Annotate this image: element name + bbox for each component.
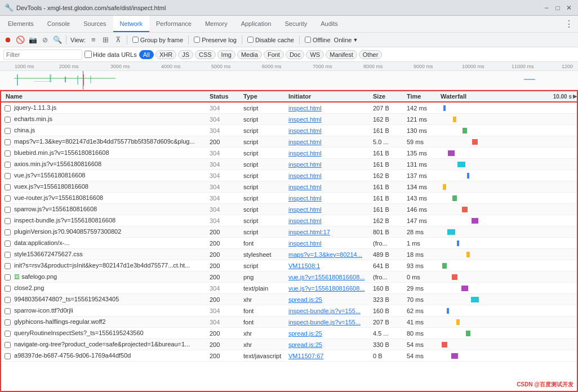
- row-checkbox[interactable]: [5, 162, 11, 168]
- row-checkbox[interactable]: [5, 117, 11, 123]
- cell-initiator[interactable]: inspect.html: [288, 172, 373, 179]
- row-checkbox[interactable]: [5, 195, 11, 202]
- cell-initiator[interactable]: inspect.html: [288, 150, 373, 157]
- cell-initiator[interactable]: vue.js?v=1556180816608...: [288, 285, 373, 292]
- preserve-log-checkbox[interactable]: [194, 37, 200, 43]
- table-row[interactable]: close2.png 304 text/plain vue.js?v=15561…: [1, 283, 577, 294]
- tab-audits[interactable]: Audits: [314, 16, 345, 32]
- cell-initiator[interactable]: inspect.html: [288, 206, 373, 213]
- table-row[interactable]: maps?v=1.3&key=802147d1e3b4dd75577bb5f35…: [1, 136, 577, 148]
- table-row[interactable]: inspect-bundle.js?v=1556180816608 304 sc…: [1, 215, 577, 226]
- table-row[interactable]: echarts.min.js 304 script inspect.html 1…: [1, 114, 577, 125]
- tab-console[interactable]: Console: [41, 16, 77, 32]
- row-checkbox[interactable]: [5, 297, 11, 303]
- cell-initiator[interactable]: inspect.html:17: [288, 229, 373, 235]
- row-checkbox[interactable]: [5, 105, 11, 112]
- table-row[interactable]: navigate-org-tree?product_code=safe&proj…: [1, 339, 577, 350]
- header-time[interactable]: Time: [407, 93, 441, 100]
- table-row[interactable]: vue.js?v=1556180816608 304 script inspec…: [1, 170, 577, 181]
- large-view-button[interactable]: ⊞: [100, 34, 112, 46]
- table-row[interactable]: data:application/x-... 200 font inspect.…: [1, 238, 577, 249]
- cell-initiator[interactable]: maps?v=1.3&key=80214...: [288, 251, 373, 258]
- tab-more-button[interactable]: ⋮: [560, 16, 578, 32]
- table-row[interactable]: queryRoutineInspectSets?_ts=155619524356…: [1, 328, 577, 339]
- table-row[interactable]: jquery-1.11.3.js 304 script inspect.html…: [1, 103, 577, 114]
- table-row[interactable]: 🖼 safelogo.png 200 png vue.js?v=15561808…: [1, 271, 577, 283]
- header-initiator[interactable]: Initiator: [288, 93, 373, 100]
- table-row[interactable]: sparrow.js?v=1556180816608 304 script in…: [1, 204, 577, 215]
- table-row[interactable]: style1536672475627.css 200 stylesheet ma…: [1, 249, 577, 260]
- table-row[interactable]: vue-router.js?v=1556180816608 304 script…: [1, 193, 577, 204]
- clear-button[interactable]: 🚫: [15, 34, 26, 46]
- group-by-frame-checkbox[interactable]: [132, 37, 139, 43]
- online-dropdown[interactable]: Online ▼: [334, 37, 358, 43]
- record-button[interactable]: ⏺: [2, 34, 14, 46]
- row-checkbox[interactable]: [5, 252, 11, 258]
- table-row[interactable]: a98397de-b687-4756-9d06-1769a44df50d 200…: [1, 350, 577, 362]
- filter-tag-manifest[interactable]: Manifest: [326, 50, 357, 59]
- cell-initiator[interactable]: inspect.html: [288, 195, 373, 202]
- table-row[interactable]: bluebird.min.js?v=1556180816608 304 scri…: [1, 148, 577, 159]
- offline-checkbox[interactable]: [305, 37, 311, 43]
- row-checkbox[interactable]: [5, 150, 11, 157]
- cell-initiator[interactable]: spread.js:25: [288, 330, 373, 337]
- tab-network[interactable]: Network: [113, 16, 149, 32]
- header-waterfall[interactable]: Waterfall 10.00 s ▶: [441, 93, 577, 100]
- close-button[interactable]: ✕: [564, 3, 573, 12]
- cell-initiator[interactable]: inspect.html: [288, 217, 373, 224]
- header-type[interactable]: Type: [243, 93, 288, 100]
- filter-tag-media[interactable]: Media: [237, 50, 262, 59]
- row-checkbox[interactable]: [5, 274, 11, 280]
- hide-data-urls-checkbox[interactable]: [85, 51, 92, 58]
- row-checkbox[interactable]: [5, 218, 11, 224]
- cell-initiator[interactable]: VM11508:1: [288, 262, 373, 269]
- screenshot-button[interactable]: 📷: [27, 34, 38, 46]
- header-name[interactable]: Name: [1, 93, 210, 100]
- cell-initiator[interactable]: inspect.html: [288, 139, 373, 145]
- row-checkbox[interactable]: [5, 263, 11, 269]
- cell-initiator[interactable]: inspect-bundle.js?v=155...: [288, 308, 373, 314]
- row-checkbox[interactable]: [5, 128, 11, 134]
- table-row[interactable]: init?s=rsv3&product=jsInit&key=802147d1e…: [1, 260, 577, 271]
- cell-initiator[interactable]: VM11507:67: [288, 353, 373, 359]
- header-status[interactable]: Status: [210, 93, 243, 100]
- row-checkbox[interactable]: [5, 286, 11, 292]
- cell-initiator[interactable]: inspect.html: [288, 105, 373, 112]
- row-checkbox[interactable]: [5, 173, 11, 179]
- filter-tag-ws[interactable]: WS: [306, 50, 324, 59]
- row-checkbox[interactable]: [5, 240, 11, 247]
- row-checkbox[interactable]: [5, 353, 11, 359]
- filter2-button[interactable]: ⊼: [113, 34, 124, 46]
- cell-initiator[interactable]: vue.js?v=1556180816608...: [288, 274, 373, 280]
- filter-tag-font[interactable]: Font: [264, 50, 284, 59]
- header-size[interactable]: Size: [373, 93, 407, 100]
- tab-memory[interactable]: Memory: [198, 16, 234, 32]
- filter-tag-all[interactable]: All: [139, 50, 154, 59]
- cell-initiator[interactable]: inspect.html: [288, 184, 373, 190]
- cell-initiator[interactable]: inspect.html: [288, 116, 373, 123]
- tab-security[interactable]: Security: [278, 16, 314, 32]
- row-checkbox[interactable]: [5, 184, 11, 190]
- row-checkbox[interactable]: [5, 342, 11, 348]
- row-checkbox[interactable]: [5, 331, 11, 337]
- filter-button[interactable]: ⊘: [39, 34, 51, 46]
- filter-input[interactable]: [3, 50, 82, 60]
- filter-tag-other[interactable]: Other: [359, 50, 383, 59]
- timeline-graph[interactable]: [0, 71, 578, 90]
- filter-tag-doc[interactable]: Doc: [286, 50, 305, 59]
- filter-tag-xhr[interactable]: XHR: [155, 50, 176, 59]
- table-row[interactable]: pluginVersion.js?0.9040857597300802 200 …: [1, 226, 577, 238]
- table-row[interactable]: sparrow-icon.ttf?d0rjli 304 font inspect…: [1, 305, 577, 317]
- minimize-button[interactable]: −: [542, 3, 551, 12]
- tab-performance[interactable]: Performance: [149, 16, 198, 32]
- tab-application[interactable]: Application: [234, 16, 278, 32]
- tab-sources[interactable]: Sources: [77, 16, 113, 32]
- cell-initiator[interactable]: inspect.html: [288, 161, 373, 168]
- cell-initiator[interactable]: inspect.html: [288, 127, 373, 134]
- cell-initiator[interactable]: spread.js:25: [288, 296, 373, 303]
- table-row[interactable]: china.js 304 script inspect.html 161 B 1…: [1, 125, 577, 136]
- filter-tag-css[interactable]: CSS: [195, 50, 216, 59]
- table-row[interactable]: vuex.js?v=1556180816608 304 script inspe…: [1, 181, 577, 193]
- row-checkbox[interactable]: [5, 207, 11, 213]
- table-row[interactable]: glyphicons-halflings-regular.woff2 304 f…: [1, 317, 577, 328]
